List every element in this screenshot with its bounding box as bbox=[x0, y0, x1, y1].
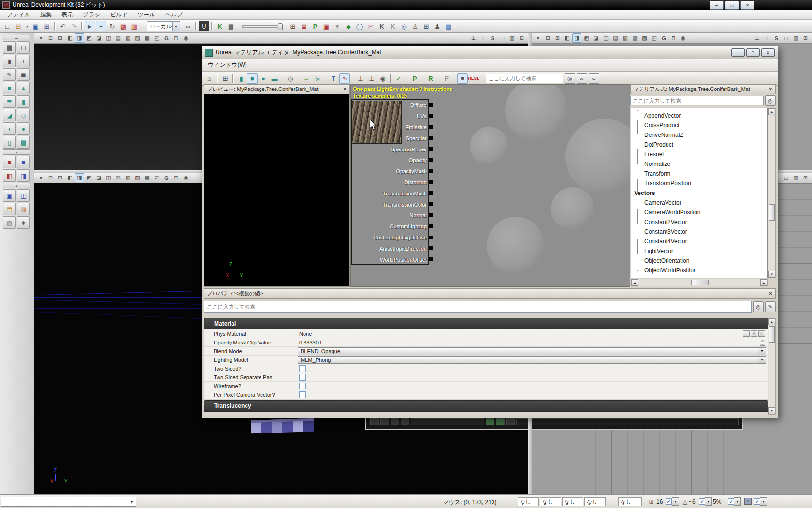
cut-icon[interactable]: ✂ bbox=[365, 21, 376, 31]
lit-mode-icon[interactable]: ◩ bbox=[85, 173, 94, 182]
blend-mode-dropdown[interactable]: BLEND_Opaque ▼ bbox=[298, 347, 766, 355]
search-icon[interactable]: ◎ bbox=[765, 95, 776, 106]
select-tool-icon[interactable]: ► bbox=[85, 21, 95, 31]
material-graph-canvas[interactable]: One pass LightEnv shader: 0 instructions… bbox=[350, 84, 630, 287]
scrollbar-thumb[interactable] bbox=[691, 280, 709, 285]
lighting-model-dropdown[interactable]: MLM_Phong ▼ bbox=[298, 356, 766, 364]
properties-header[interactable]: プロパティ:<複数の値> ✕ bbox=[204, 288, 776, 299]
menu-build[interactable]: ビルド bbox=[105, 11, 133, 19]
expression-list-item[interactable]: CameraWorldPosition bbox=[631, 208, 767, 217]
csg-add-icon[interactable]: ■ bbox=[3, 156, 16, 168]
input-connector[interactable] bbox=[429, 158, 433, 162]
rotation-grid-value[interactable]: ~6 bbox=[689, 498, 696, 505]
histogram-icon[interactable]: ▥ bbox=[508, 33, 517, 43]
lightmap-density-icon[interactable]: ▩ bbox=[143, 33, 152, 43]
new-file-icon[interactable]: □ bbox=[2, 21, 13, 31]
expression-list-item[interactable]: Fresnel bbox=[631, 149, 767, 159]
histogram-icon[interactable]: ▥ bbox=[791, 173, 800, 182]
close-button[interactable]: ✕ bbox=[740, 1, 754, 10]
csg-intersect-icon[interactable]: ◧ bbox=[3, 169, 16, 182]
bottom-left-combobox[interactable]: ▼ bbox=[1, 497, 136, 507]
status-field[interactable]: なし bbox=[562, 497, 583, 506]
shader-complexity-icon[interactable]: ▧ bbox=[621, 33, 630, 43]
background-window-button[interactable] bbox=[380, 418, 389, 425]
preview-plane-icon[interactable]: ▬ bbox=[269, 73, 280, 84]
background-icon[interactable]: ⌂ bbox=[204, 73, 215, 84]
realtime-icon[interactable]: ⊞ bbox=[56, 33, 65, 43]
expressions-group-vectors[interactable]: Vectors bbox=[631, 188, 767, 198]
spin-down-icon[interactable]: ▼ bbox=[760, 343, 765, 346]
chevron-down-icon[interactable]: ▼ bbox=[128, 497, 136, 506]
collapse-arrow-icon-2[interactable]: ▲ bbox=[3, 183, 30, 188]
brush-poly-icon[interactable]: ▣ bbox=[321, 21, 332, 31]
world-properties-icon[interactable]: ◎ bbox=[399, 21, 409, 31]
camera-speed-slider[interactable] bbox=[242, 25, 282, 28]
add-volume-icon[interactable]: ◫ bbox=[17, 189, 30, 202]
volumes-icon[interactable]: ⊞ bbox=[421, 21, 432, 31]
light-complexity-icon[interactable]: ▤ bbox=[114, 33, 123, 43]
lighting-only-icon[interactable]: ◫ bbox=[104, 173, 113, 182]
light-complexity-icon[interactable]: ▤ bbox=[114, 173, 123, 182]
lightmap-density-icon[interactable]: ▩ bbox=[143, 173, 152, 182]
scroll-left-icon[interactable]: ◀ bbox=[631, 279, 638, 286]
game-view-icon[interactable]: G bbox=[659, 33, 668, 43]
property-row-per-pixel-camera[interactable]: Per Pixel Camera Vector? bbox=[204, 390, 768, 399]
category-material[interactable]: Material bbox=[204, 318, 768, 329]
spin-up-icon[interactable]: ▲ bbox=[760, 339, 765, 342]
sphere-brush-icon[interactable]: ● bbox=[17, 122, 30, 135]
autosave-dropdown[interactable]: ▼ bbox=[760, 497, 767, 506]
perspective-icon[interactable]: ◰ bbox=[152, 173, 161, 182]
menu-edit[interactable]: 編集 bbox=[35, 11, 57, 19]
connector-a-icon[interactable]: ⊥ bbox=[355, 73, 366, 84]
player-start-icon[interactable]: ♙ bbox=[410, 21, 420, 31]
stairs-brush-icon[interactable]: ≣ bbox=[3, 95, 16, 108]
hlsl-code-icon[interactable]: HLSL bbox=[468, 73, 479, 84]
input-connector[interactable] bbox=[429, 114, 433, 118]
expressions-vertical-scrollbar[interactable]: ▲ ▼ bbox=[768, 108, 776, 278]
property-row-phys-material[interactable]: Phys Material None ← ◎ □ bbox=[204, 329, 768, 338]
input-connector[interactable] bbox=[429, 246, 433, 250]
input-connector[interactable] bbox=[429, 224, 433, 228]
properties-search-input[interactable] bbox=[204, 301, 752, 313]
socket-view-icon[interactable]: ⊤ bbox=[762, 33, 771, 43]
select-brushes-icon[interactable]: ▤ bbox=[3, 203, 16, 215]
editor-minimize-button[interactable]: ─ bbox=[731, 48, 745, 57]
open-dropdown-icon[interactable]: ▾ bbox=[24, 21, 30, 31]
scrollbar-thumb[interactable] bbox=[769, 204, 775, 221]
csg-subtract-icon[interactable]: ■ bbox=[17, 156, 30, 168]
status-field[interactable]: なし bbox=[618, 497, 642, 506]
disable-translucency-icon[interactable]: ⊠ bbox=[299, 21, 309, 31]
rotation-grid-dropdown[interactable]: ▼ bbox=[705, 497, 712, 506]
detail-lighting-icon[interactable]: ◪ bbox=[94, 33, 103, 43]
input-connector[interactable] bbox=[429, 147, 433, 151]
cube-brush-icon[interactable]: ■ bbox=[3, 82, 16, 94]
build-options-icon[interactable]: ∗ bbox=[17, 216, 30, 229]
viewport-options-dropdown[interactable]: ▾ bbox=[36, 33, 45, 43]
expression-list-item[interactable]: AppendVector bbox=[631, 111, 767, 120]
actor-group-icon[interactable]: ♟ bbox=[432, 21, 443, 31]
add-special-brush-icon[interactable]: ▣ bbox=[3, 189, 16, 202]
terrain-edit-icon[interactable]: ✎ bbox=[3, 68, 16, 81]
perspective-icon[interactable]: ◰ bbox=[152, 33, 161, 43]
histogram-icon[interactable]: ▥ bbox=[791, 33, 800, 43]
chevron-down-icon[interactable]: ▼ bbox=[758, 357, 766, 363]
toolbox-top-button[interactable]: ▬ bbox=[3, 35, 30, 40]
scale-tool-icon[interactable]: ▩ bbox=[118, 21, 129, 31]
opacity-mask-clip-value[interactable]: 0.333300 bbox=[297, 340, 321, 345]
expression-list-item[interactable]: Transform bbox=[631, 169, 767, 179]
tile-view-icon[interactable]: ⊞ bbox=[801, 33, 810, 43]
maximize-viewport-icon[interactable]: ⊡ bbox=[46, 33, 55, 43]
sheet-brush-icon[interactable]: ◇ bbox=[17, 109, 30, 121]
expression-list-item[interactable]: LightVector bbox=[631, 246, 767, 256]
editor-maximize-button[interactable]: □ bbox=[746, 48, 760, 57]
property-row-wireframe[interactable]: Wireframe? bbox=[204, 382, 768, 390]
expressions-panel-header[interactable]: マテリアル式: MyPackage.Tree.ConiferBark_Mat ✕ bbox=[630, 84, 776, 94]
input-connector[interactable] bbox=[429, 136, 433, 140]
wireframe-mode-icon[interactable]: ◨ bbox=[75, 173, 84, 182]
cone-brush-icon[interactable]: ▲ bbox=[17, 82, 30, 94]
socket-view-icon[interactable]: ⊤ bbox=[478, 33, 488, 43]
lighting-only-icon[interactable]: ◫ bbox=[104, 33, 113, 43]
minimize-button[interactable]: ─ bbox=[710, 1, 724, 10]
realtime-icon[interactable]: ⊞ bbox=[56, 173, 65, 182]
expression-list-item[interactable]: Constant3Vector bbox=[631, 227, 767, 237]
